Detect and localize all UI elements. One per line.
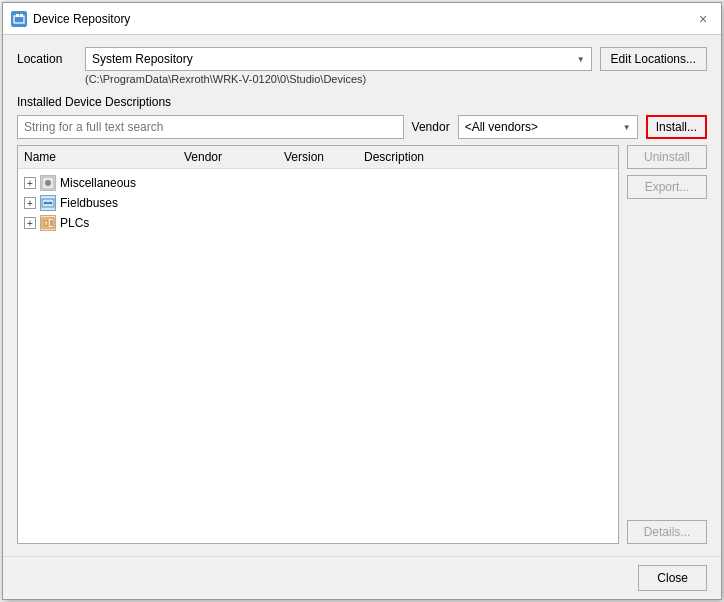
vendor-label: Vendor [412, 120, 450, 134]
list-item[interactable]: + Miscellaneous [18, 173, 618, 193]
main-content: Location System Repository ▼ Edit Locati… [3, 35, 721, 556]
location-row: Location System Repository ▼ Edit Locati… [17, 47, 707, 71]
list-item[interactable]: + Fieldbuses [18, 193, 618, 213]
misc-icon [40, 175, 56, 191]
tree-header: Name Vendor Version Description [18, 146, 618, 169]
expand-icon[interactable]: + [24, 217, 36, 229]
main-area: Name Vendor Version Description + [17, 145, 707, 544]
item-label: Miscellaneous [60, 176, 136, 190]
location-dropdown[interactable]: System Repository ▼ [85, 47, 592, 71]
footer: Close [3, 556, 721, 599]
svg-rect-0 [14, 16, 24, 23]
install-button[interactable]: Install... [646, 115, 707, 139]
close-dialog-button[interactable]: Close [638, 565, 707, 591]
svg-rect-1 [16, 14, 19, 17]
tree-panel: Name Vendor Version Description + [17, 145, 619, 544]
vendor-dropdown[interactable]: <All vendors> ▼ [458, 115, 638, 139]
location-path: (C:\ProgramData\Rexroth\WRK-V-0120\0\Stu… [85, 73, 707, 85]
edit-locations-button[interactable]: Edit Locations... [600, 47, 707, 71]
title-bar: Device Repository × [3, 3, 721, 35]
expand-icon[interactable]: + [24, 177, 36, 189]
title-bar-left: Device Repository [11, 11, 130, 27]
col-header-vendor: Vendor [184, 150, 284, 164]
item-label: Fieldbuses [60, 196, 118, 210]
svg-rect-2 [20, 14, 23, 17]
tree-items: + Miscellaneous + [18, 169, 618, 237]
svg-point-8 [50, 202, 52, 204]
svg-rect-10 [44, 220, 48, 226]
vendor-selected-value: <All vendors> [465, 120, 538, 134]
export-button[interactable]: Export... [627, 175, 707, 199]
side-buttons-panel: Uninstall Export... Details... [627, 145, 707, 544]
section-title: Installed Device Descriptions [17, 95, 707, 109]
vendor-dropdown-arrow: ▼ [623, 123, 631, 132]
item-label: PLCs [60, 216, 89, 230]
location-label: Location [17, 52, 77, 66]
col-header-description: Description [364, 150, 612, 164]
device-repository-window: Device Repository × Location System Repo… [2, 2, 722, 600]
location-dropdown-arrow: ▼ [577, 55, 585, 64]
search-input[interactable] [17, 115, 404, 139]
col-header-version: Version [284, 150, 364, 164]
search-vendor-row: Vendor <All vendors> ▼ Install... [17, 115, 707, 139]
svg-point-7 [44, 202, 46, 204]
col-header-name: Name [24, 150, 184, 164]
location-selected-value: System Repository [92, 52, 193, 66]
details-button[interactable]: Details... [627, 520, 707, 544]
fieldbus-icon [40, 195, 56, 211]
uninstall-button[interactable]: Uninstall [627, 145, 707, 169]
list-item[interactable]: + PLCs [18, 213, 618, 233]
app-icon [11, 11, 27, 27]
window-close-button[interactable]: × [693, 9, 713, 29]
window-title: Device Repository [33, 12, 130, 26]
installed-section: Installed Device Descriptions Vendor <Al… [17, 95, 707, 544]
location-section: Location System Repository ▼ Edit Locati… [17, 47, 707, 85]
plc-icon [40, 215, 56, 231]
svg-point-4 [45, 180, 51, 186]
expand-icon[interactable]: + [24, 197, 36, 209]
